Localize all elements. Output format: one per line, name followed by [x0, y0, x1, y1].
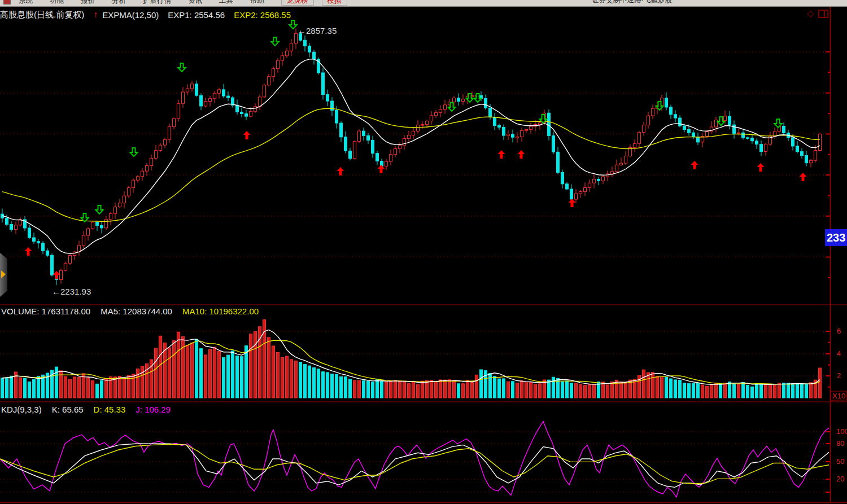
candles-layer [1, 28, 822, 285]
sell-arrow-icon [290, 20, 297, 29]
buy-arrow-icon [337, 167, 344, 176]
volume-indicator-row: VOLUME: 17631178.00 MA5: 12083744.00 MA1… [1, 306, 269, 316]
kdj-d-value: D: 45.33 [94, 405, 126, 414]
sell-arrow-icon [178, 63, 186, 72]
expma-lines-layer [2, 59, 820, 253]
volume-axis-label: 2 [837, 371, 841, 380]
low-price-annotation: ←2231.93 [52, 287, 91, 296]
sidebar-expand-handle[interactable] [0, 253, 7, 297]
volume-ma-lines-layer [2, 330, 820, 384]
buy-arrow-icon [569, 199, 576, 207]
buy-arrow-icon [800, 173, 807, 181]
kdj-indicator-row: KDJ(9,3,3) K: 65.65 D: 45.33 J: 106.29 [1, 405, 181, 414]
sell-arrow-icon [130, 148, 138, 156]
kdj-lines-layer [0, 422, 829, 497]
buy-arrow-icon [757, 163, 765, 172]
kdj-label[interactable]: KDJ(9,3,3) [1, 405, 42, 414]
last-price-tag: 233 [825, 229, 847, 246]
sell-arrow-icon [272, 37, 279, 46]
gridlines-layer [0, 52, 830, 492]
kdj-line-j [0, 422, 829, 497]
trade-signals-layer [25, 20, 807, 279]
kdj-axis-label: 50 [836, 457, 844, 466]
buy-arrow-icon [518, 150, 525, 159]
kdj-j-value: J: 106.29 [136, 405, 171, 414]
chart-canvas[interactable] [0, 0, 847, 504]
trading-app-window: 系统功能报价分析扩展行情资讯工具帮助龙虎榜模拟 证券交易不迷路·飞狐炒股 高股息… [0, 0, 847, 504]
sell-arrow-icon [96, 205, 103, 214]
volume-ma10-value: MA10: 10196322.00 [182, 306, 259, 316]
sell-arrow-icon [466, 94, 474, 102]
kdj-axis-label: 100 [836, 427, 847, 436]
buy-arrow-icon [691, 161, 698, 169]
buy-arrow-icon [243, 131, 251, 139]
kdj-k-value: K: 65.65 [52, 405, 84, 414]
volume-value[interactable]: VOLUME: 17631178.00 [1, 306, 90, 316]
volume-axis-label: 6 [837, 327, 841, 335]
volume-axis-label: 4 [837, 349, 841, 358]
axes-layer [0, 7, 847, 503]
buy-arrow-icon [378, 165, 385, 173]
buy-arrow-icon [498, 150, 505, 159]
kdj-axis-label: 80 [836, 439, 844, 448]
high-price-annotation: ←2857.35 [298, 26, 337, 36]
sell-arrow-icon [474, 94, 482, 102]
kdj-line-d [0, 444, 829, 484]
volume-unit-label: X10 [832, 392, 845, 400]
buy-arrow-icon [25, 247, 32, 256]
buy-arrow-icon [53, 271, 60, 279]
volume-ma5-value: MA5: 12083744.00 [101, 306, 172, 316]
kdj-axis-label: 20 [836, 475, 844, 483]
expand-arrow-icon [1, 270, 6, 278]
